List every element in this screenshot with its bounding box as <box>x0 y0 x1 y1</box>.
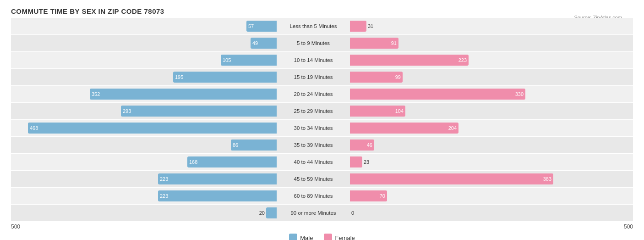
right-bar-area: 70 <box>350 188 616 204</box>
male-value: 49 <box>252 40 258 46</box>
left-bar-area: 20 <box>11 205 277 221</box>
male-bar: 49 <box>251 38 277 49</box>
table-row: 22360 to 89 Minutes70 <box>11 188 633 204</box>
left-bar-area: 223 <box>11 188 277 204</box>
female-value: 0 <box>351 210 354 216</box>
male-value: 20 <box>259 210 265 216</box>
row-label: 10 to 14 Minutes <box>277 57 350 63</box>
right-bar-area: 91 <box>350 35 616 51</box>
table-row: 16840 to 44 Minutes23 <box>11 154 633 170</box>
right-bar-area: 0 <box>350 205 616 221</box>
female-bar: 383 <box>350 173 553 184</box>
left-bar-area: 49 <box>11 35 277 51</box>
right-bar-area: 46 <box>350 137 616 153</box>
male-value: 168 <box>189 159 197 165</box>
male-bar: 195 <box>173 72 277 83</box>
female-bar: 46 <box>350 140 374 151</box>
table-row: 46830 to 34 Minutes204 <box>11 120 633 136</box>
right-bar-area: 223 <box>350 52 616 68</box>
row-label: 35 to 39 Minutes <box>277 142 350 148</box>
male-value: 223 <box>160 176 168 182</box>
left-bar-area: 468 <box>11 120 277 136</box>
row-label: 15 to 19 Minutes <box>277 74 350 80</box>
row-label: Less than 5 Minutes <box>277 23 350 29</box>
male-bar: 86 <box>231 140 277 151</box>
legend-male-label: Male <box>300 234 313 240</box>
right-bar-area: 99 <box>350 69 616 85</box>
male-bar: 105 <box>221 55 277 66</box>
row-label: 5 to 9 Minutes <box>277 40 350 46</box>
female-value: 23 <box>364 159 369 165</box>
left-bar-area: 57 <box>11 18 277 34</box>
table-row: 57Less than 5 Minutes31 <box>11 18 633 34</box>
male-value: 57 <box>248 23 254 29</box>
left-bar-area: 352 <box>11 86 277 102</box>
right-bar-area: 31 <box>350 18 616 34</box>
male-value: 293 <box>123 108 131 114</box>
male-value: 105 <box>223 57 231 63</box>
left-bar-area: 105 <box>11 52 277 68</box>
female-bar: 104 <box>350 106 405 117</box>
legend-male: Male <box>289 234 313 240</box>
chart-rows: 57Less than 5 Minutes31495 to 9 Minutes9… <box>11 18 633 222</box>
row-label: 20 to 24 Minutes <box>277 91 350 97</box>
male-bar: 57 <box>246 21 277 32</box>
male-bar: 20 <box>266 207 277 218</box>
female-value: 204 <box>448 125 457 131</box>
table-row: 29325 to 29 Minutes104 <box>11 103 633 119</box>
male-value: 86 <box>233 142 238 148</box>
table-row: 8635 to 39 Minutes46 <box>11 137 633 153</box>
male-bar: 223 <box>158 173 277 184</box>
female-bar: 31 <box>350 21 366 32</box>
female-bar: 91 <box>350 38 398 49</box>
male-bar: 293 <box>121 106 277 117</box>
male-value: 468 <box>30 125 38 131</box>
axis-labels: 500 500 <box>11 223 633 230</box>
female-value: 330 <box>515 91 524 97</box>
female-value: 70 <box>380 193 385 199</box>
legend-female-box <box>324 234 332 240</box>
left-bar-area: 86 <box>11 137 277 153</box>
male-bar: 352 <box>90 89 277 100</box>
legend: Male Female <box>11 234 633 240</box>
table-row: 495 to 9 Minutes91 <box>11 35 633 51</box>
female-bar: 70 <box>350 190 387 201</box>
row-label: 60 to 89 Minutes <box>277 193 350 199</box>
row-label: 30 to 34 Minutes <box>277 125 350 131</box>
row-label: 90 or more Minutes <box>277 210 350 216</box>
legend-male-box <box>289 234 297 240</box>
right-bar-area: 104 <box>350 103 616 119</box>
row-label: 25 to 29 Minutes <box>277 108 350 114</box>
table-row: 2090 or more Minutes0 <box>11 205 633 221</box>
female-value: 99 <box>395 74 401 80</box>
table-row: 22345 to 59 Minutes383 <box>11 171 633 187</box>
male-bar: 468 <box>28 123 277 134</box>
female-value: 91 <box>391 40 397 46</box>
left-bar-area: 195 <box>11 69 277 85</box>
chart-container: 57Less than 5 Minutes31495 to 9 Minutes9… <box>11 18 633 240</box>
right-bar-area: 23 <box>350 154 616 170</box>
table-row: 10510 to 14 Minutes223 <box>11 52 633 68</box>
legend-female-label: Female <box>335 234 355 240</box>
left-bar-area: 293 <box>11 103 277 119</box>
female-bar: 330 <box>350 89 525 100</box>
female-bar: 99 <box>350 72 403 83</box>
female-bar: 204 <box>350 123 458 134</box>
right-bar-area: 383 <box>350 171 616 187</box>
male-value: 223 <box>160 193 168 199</box>
male-bar: 223 <box>158 190 277 201</box>
legend-female: Female <box>324 234 355 240</box>
female-value: 31 <box>368 23 373 29</box>
row-label: 45 to 59 Minutes <box>277 176 350 182</box>
table-row: 19515 to 19 Minutes99 <box>11 69 633 85</box>
table-row: 35220 to 24 Minutes330 <box>11 86 633 102</box>
female-value: 223 <box>458 57 467 63</box>
male-value: 195 <box>175 74 183 80</box>
axis-right: 500 <box>624 223 633 230</box>
chart-title: COMMUTE TIME BY SEX IN ZIP CODE 78073 <box>11 7 633 15</box>
male-bar: 168 <box>187 156 277 167</box>
left-bar-area: 168 <box>11 154 277 170</box>
female-bar: 223 <box>350 55 469 66</box>
female-bar: 23 <box>350 156 362 167</box>
axis-left: 500 <box>11 223 20 230</box>
